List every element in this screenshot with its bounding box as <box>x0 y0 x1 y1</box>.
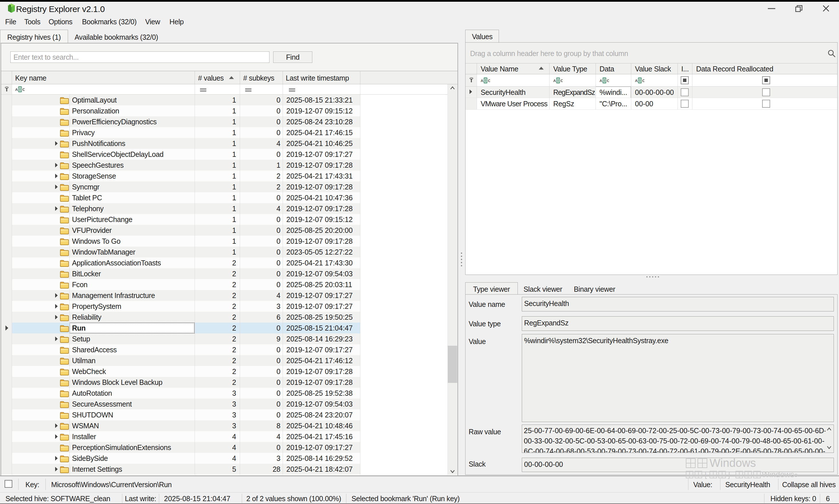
svg-text:C: C <box>488 78 490 83</box>
svg-text:A: A <box>553 78 556 83</box>
svg-text:C: C <box>561 78 563 83</box>
svg-text:C: C <box>642 78 645 83</box>
svg-text:C: C <box>22 87 25 92</box>
svg-text:C: C <box>607 78 609 83</box>
svg-text:A: A <box>15 87 18 92</box>
svg-text:A: A <box>635 78 638 83</box>
svg-text:A: A <box>481 78 483 83</box>
svg-text:A: A <box>600 78 602 83</box>
